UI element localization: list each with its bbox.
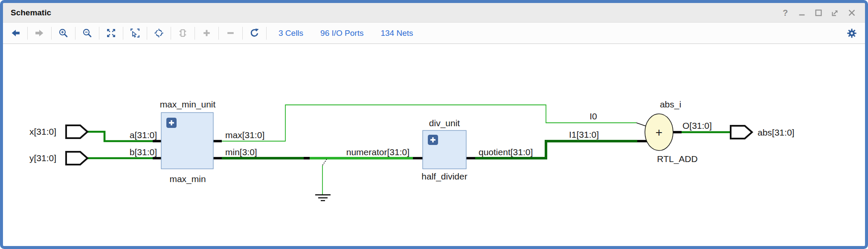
toolbar-separator [51, 27, 52, 40]
pin-label-a: a[31:0] [130, 130, 157, 140]
toolbar-separator [195, 27, 195, 40]
port-label-abs: abs[31:0] [758, 127, 794, 137]
maximize-icon[interactable] [814, 8, 823, 17]
expand-button-half-divider[interactable] [428, 135, 438, 145]
window-title: Schematic [11, 8, 51, 17]
pin-label-o: O[31:0] [682, 121, 712, 130]
expand-cell-icon [177, 28, 188, 38]
port-label-x: x[31:0] [29, 127, 56, 136]
minimize-icon[interactable] [797, 8, 807, 17]
back-button[interactable] [10, 27, 21, 39]
port-y[interactable] [66, 152, 87, 165]
operator-plus-symbol: + [656, 126, 662, 139]
help-icon[interactable]: ? [781, 8, 790, 17]
toolbar-separator [147, 27, 147, 40]
schematic-window: Schematic ? [0, 0, 868, 249]
cell-subtitle-half-divider: half_divider [421, 171, 467, 182]
expand-button-max-min[interactable] [166, 118, 177, 128]
pin-label-min: min[3:0] [225, 147, 257, 157]
port-abs[interactable] [731, 126, 752, 139]
nets-link[interactable]: 134 Nets [380, 29, 413, 38]
zoom-to-selection-icon [130, 28, 140, 38]
toolbar-separator [218, 27, 219, 40]
gear-icon [846, 28, 857, 39]
forward-button[interactable] [34, 27, 45, 39]
toolbar: 3 Cells 96 I/O Ports 134 Nets [3, 23, 865, 44]
regenerate-button[interactable] [249, 27, 260, 39]
autofit-selection-button[interactable] [153, 27, 165, 39]
port-x[interactable] [66, 125, 87, 138]
close-icon[interactable] [847, 8, 856, 17]
toolbar-separator [171, 27, 171, 40]
cells-link[interactable]: 3 Cells [279, 29, 303, 38]
toolbar-separator [27, 27, 28, 40]
pin-label-max: max[31:0] [225, 130, 264, 140]
toolbar-separator [242, 27, 243, 40]
io-ports-link[interactable]: 96 I/O Ports [320, 29, 363, 38]
pin-label-b: b[31:0] [130, 147, 157, 157]
pin-label-numerator: numerator[31:0] [346, 147, 409, 157]
toolbar-separator [266, 27, 267, 40]
ground-tap [322, 159, 327, 165]
titlebar: Schematic ? [3, 3, 865, 23]
toolbar-separator [99, 27, 99, 40]
pin-label-i0: I0 [589, 111, 597, 121]
zoom-fit-icon [106, 28, 116, 38]
toolbar-separator [75, 27, 75, 40]
settings-button[interactable] [846, 27, 857, 39]
minus-icon [225, 28, 236, 38]
cell-title-abs-i: abs_i [660, 99, 681, 110]
pin-i0[interactable] [636, 123, 646, 126]
zoom-out-icon [82, 28, 93, 38]
schematic-canvas[interactable]: + x[31:0] y[31:0] abs[31:0] max_min_unit… [3, 44, 865, 246]
expand-cell-button[interactable] [177, 27, 189, 39]
autofit-selection-icon [154, 28, 164, 38]
collapse-button[interactable] [225, 27, 236, 39]
cell-subtitle-max-min: max_min [169, 174, 206, 184]
zoom-to-selection-button[interactable] [129, 27, 141, 39]
zoom-fit-button[interactable] [105, 27, 117, 39]
pin-label-i1: I1[31:0] [569, 130, 599, 139]
zoom-in-button[interactable] [58, 27, 69, 39]
refresh-icon [249, 28, 260, 38]
cell-title-max-min-unit: max_min_unit [160, 99, 216, 110]
float-icon[interactable] [830, 8, 840, 17]
zoom-in-icon [58, 28, 69, 38]
pin-label-quotient: quotient[31:0] [479, 147, 533, 157]
window-controls: ? [781, 8, 856, 17]
cell-title-div-unit: div_unit [429, 118, 460, 128]
back-arrow-icon [10, 28, 21, 38]
design-stats: 3 Cells 96 I/O Ports 134 Nets [279, 29, 413, 38]
expand-button[interactable] [201, 27, 212, 39]
cell-subtitle-rtl-add: RTL_ADD [657, 154, 697, 164]
forward-arrow-icon [34, 28, 45, 38]
zoom-out-button[interactable] [81, 27, 93, 39]
ground-symbol[interactable] [315, 195, 331, 201]
port-label-y: y[31:0] [29, 153, 56, 163]
toolbar-separator [123, 27, 123, 40]
plus-icon [201, 28, 212, 38]
